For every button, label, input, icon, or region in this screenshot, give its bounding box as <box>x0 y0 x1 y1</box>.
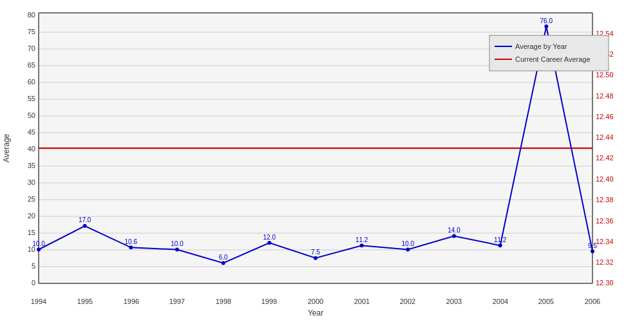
chart-container: 0 5 10 15 20 25 30 35 40 45 50 55 60 65 … <box>0 0 644 322</box>
svg-text:2005: 2005 <box>538 298 554 305</box>
svg-text:60: 60 <box>28 78 35 86</box>
svg-text:10.0: 10.0 <box>171 240 184 247</box>
svg-text:10.0: 10.0 <box>402 240 415 247</box>
svg-point-67 <box>360 243 364 247</box>
svg-text:6.0: 6.0 <box>219 254 228 261</box>
svg-text:11.2: 11.2 <box>494 236 507 243</box>
svg-text:5: 5 <box>32 262 35 270</box>
svg-text:1994: 1994 <box>31 298 46 305</box>
main-chart: 0 5 10 15 20 25 30 35 40 45 50 55 60 65 … <box>0 0 644 322</box>
svg-text:2006: 2006 <box>585 298 600 305</box>
svg-text:20: 20 <box>28 212 35 220</box>
bottom-axis-title: Year <box>308 308 323 317</box>
svg-text:12.34: 12.34 <box>596 238 614 245</box>
svg-text:1996: 1996 <box>124 298 139 305</box>
svg-text:12.50: 12.50 <box>596 71 614 79</box>
svg-text:12.46: 12.46 <box>596 113 614 120</box>
svg-text:7.5: 7.5 <box>311 249 320 256</box>
svg-text:25: 25 <box>28 195 35 203</box>
svg-text:2002: 2002 <box>400 298 415 305</box>
svg-text:12.30: 12.30 <box>596 279 614 287</box>
left-axis-title: Average <box>2 133 11 162</box>
svg-text:1998: 1998 <box>216 298 231 305</box>
svg-text:15: 15 <box>28 229 35 236</box>
svg-text:2004: 2004 <box>493 298 508 305</box>
svg-text:12.36: 12.36 <box>596 217 614 225</box>
svg-text:14.0: 14.0 <box>448 227 460 234</box>
svg-text:40: 40 <box>28 145 35 153</box>
svg-point-68 <box>406 248 410 252</box>
svg-text:12.0: 12.0 <box>263 234 276 241</box>
svg-point-71 <box>544 24 548 28</box>
svg-text:0: 0 <box>32 279 35 287</box>
svg-text:35: 35 <box>28 162 35 169</box>
svg-point-60 <box>37 248 41 252</box>
svg-text:30: 30 <box>28 178 35 186</box>
svg-point-65 <box>267 241 271 245</box>
svg-point-66 <box>314 256 317 260</box>
svg-point-70 <box>498 243 502 247</box>
legend-avg-label: Average by Year <box>515 43 567 50</box>
svg-text:12.44: 12.44 <box>596 133 614 141</box>
svg-text:70: 70 <box>28 44 35 52</box>
svg-text:65: 65 <box>28 61 35 69</box>
svg-text:17.0: 17.0 <box>79 216 91 223</box>
svg-text:2003: 2003 <box>446 298 462 305</box>
svg-point-72 <box>591 249 594 253</box>
svg-text:9.5: 9.5 <box>588 242 597 249</box>
legend-box <box>489 35 609 71</box>
svg-text:12.48: 12.48 <box>596 92 614 100</box>
svg-point-62 <box>129 245 133 249</box>
legend-career-label: Current Career Average <box>515 55 591 63</box>
svg-text:1999: 1999 <box>261 298 277 305</box>
svg-text:12.38: 12.38 <box>596 196 614 204</box>
svg-point-64 <box>222 261 225 265</box>
svg-text:76.0: 76.0 <box>540 17 553 24</box>
svg-text:1997: 1997 <box>169 298 185 305</box>
svg-text:75: 75 <box>28 28 35 35</box>
svg-text:1995: 1995 <box>77 298 93 305</box>
svg-text:11.2: 11.2 <box>355 236 368 243</box>
svg-text:2001: 2001 <box>354 298 370 305</box>
svg-text:10.6: 10.6 <box>125 238 138 245</box>
svg-text:12.40: 12.40 <box>596 175 614 183</box>
svg-point-61 <box>83 224 87 228</box>
svg-point-63 <box>175 248 179 252</box>
svg-text:80: 80 <box>28 11 35 19</box>
svg-text:50: 50 <box>28 111 35 119</box>
svg-text:45: 45 <box>28 128 35 136</box>
svg-text:10.0: 10.0 <box>32 240 45 247</box>
svg-text:2000: 2000 <box>308 298 323 305</box>
svg-point-69 <box>452 234 456 238</box>
svg-text:12.32: 12.32 <box>596 258 614 266</box>
svg-text:12.42: 12.42 <box>596 154 614 162</box>
svg-text:55: 55 <box>28 95 35 102</box>
